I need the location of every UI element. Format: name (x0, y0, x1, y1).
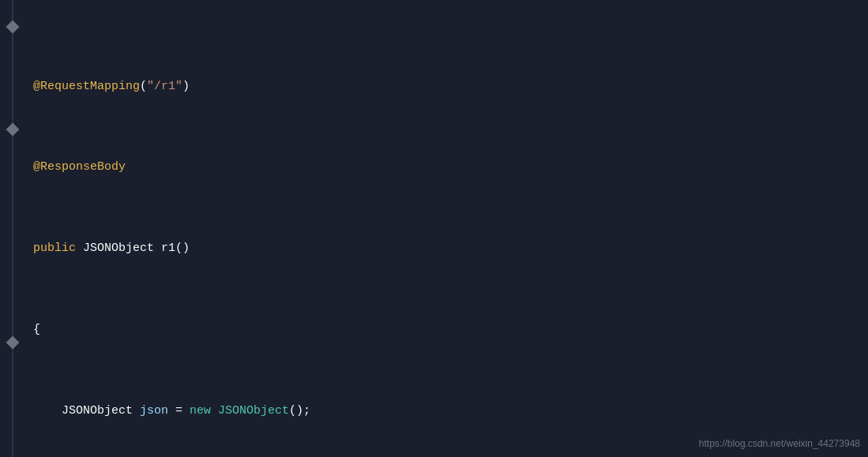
gutter-line (12, 0, 13, 457)
code-line-3: public JSONObject r1() (33, 238, 852, 259)
code-line-4: { (33, 320, 852, 340)
breakpoint-2 (6, 123, 20, 137)
code-editor: @RequestMapping("/r1") @ResponseBody pub… (0, 0, 868, 457)
code-line-2: @ResponseBody (33, 157, 852, 178)
breakpoint-3 (6, 336, 20, 350)
code-line-5: JSONObject json = new JSONObject(); (33, 401, 852, 421)
watermark: https://blog.csdn.net/weixin_44273948 (699, 438, 860, 449)
breakpoint-1 (6, 21, 20, 34)
code-block: @RequestMapping("/r1") @ResponseBody pub… (25, 0, 868, 457)
code-line-1: @RequestMapping("/r1") (33, 77, 852, 97)
gutter (0, 0, 25, 457)
